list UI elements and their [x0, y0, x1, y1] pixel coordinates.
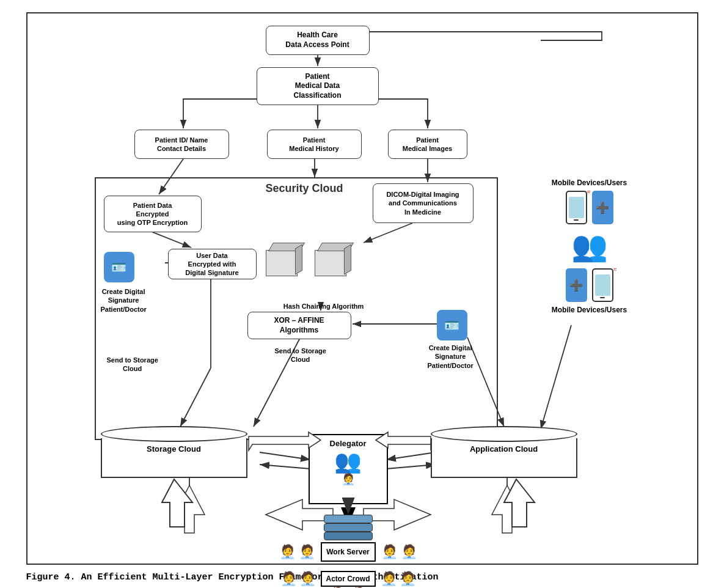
- diagram-inner: Health Care Data Access Point Patient Me…: [40, 26, 685, 551]
- svg-marker-32: [174, 485, 205, 533]
- storage-cloud: Storage Cloud: [101, 426, 247, 478]
- dicom-box: DICOM-Digital Imagingand CommunicationsI…: [373, 183, 474, 223]
- hash-chain-label: Hash Chaining Algorithm: [254, 303, 394, 310]
- svg-marker-33: [492, 485, 522, 533]
- scan-icon-2: 🪪: [444, 318, 459, 333]
- diagram-border: Health Care Data Access Point Patient Me…: [26, 12, 698, 565]
- patient-id-box: Patient ID/ NameContact Details: [134, 130, 229, 159]
- patient-medical-data-box: Patient Medical Data Classification: [257, 67, 379, 105]
- patient-images-box: PatientMedical Images: [388, 130, 467, 159]
- svg-marker-37: [162, 479, 192, 527]
- scan-icon: 🪪: [111, 260, 126, 274]
- create-digital-sig-right: Create DigitalSignaturePatient/Doctor: [428, 344, 474, 370]
- svg-line-23: [260, 452, 310, 460]
- page-container: Health Care Data Access Point Patient Me…: [26, 12, 698, 582]
- send-storage-left: Send to StorageCloud: [107, 356, 158, 373]
- send-storage-center: Send to StorageCloud: [275, 347, 326, 364]
- create-digital-sig-left: Create DigitalSignaturePatient/Doctor: [101, 287, 147, 314]
- svg-line-22: [541, 325, 571, 429]
- svg-marker-38: [504, 479, 535, 527]
- scan-icon-right: 🪪: [437, 310, 467, 340]
- health-care-box: Health Care Data Access Point: [266, 26, 370, 55]
- hash-chain-area: Hash Chaining Algorithm: [254, 237, 394, 310]
- work-server-area: 🧑‍💼 🧑‍💼 Work Server 🧑‍💼 🧑‍💼 🧑‍💼 🧑‍💼 Acto…: [272, 515, 425, 588]
- user-encrypted-box: User DataEncrypted withDigital Signature: [168, 249, 257, 279]
- delegator-box: Delegator 👥 🧑‍💼: [309, 434, 388, 504]
- svg-line-25: [386, 452, 436, 460]
- svg-line-24: [260, 465, 310, 469]
- patient-history-box: PatientMedical History: [267, 130, 362, 159]
- scan-icon-left: 🪪: [104, 252, 134, 282]
- app-cloud: Application Cloud: [431, 426, 577, 478]
- xor-box: XOR – AFFINE Algorithms: [247, 312, 351, 339]
- svg-line-26: [386, 465, 436, 469]
- security-cloud-label: Security Cloud: [266, 182, 343, 195]
- mobile-devices-top: Mobile Devices/Users ≈ ➕ 👥: [541, 178, 638, 314]
- patient-encrypted-box: Patient DataEncryptedusing OTP Encryptio…: [104, 196, 202, 232]
